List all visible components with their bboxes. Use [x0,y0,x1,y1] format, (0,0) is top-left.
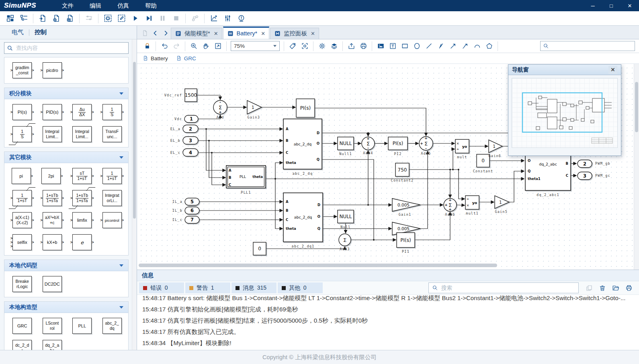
tag-button[interactable] [287,41,299,52]
library-block-PID(s)[interactable]: >PID(s)> [40,104,64,120]
menu-item[interactable]: 仿真 [117,2,129,10]
tab-close-icon[interactable]: ✕ [311,31,315,37]
library-search[interactable] [4,42,129,54]
zoom-select[interactable]: 75% [231,41,280,51]
diagram-node-4[interactable]: 4 [183,149,198,156]
library-block-GRC[interactable]: GRC [12,318,32,334]
diagram-node-1[interactable]: 1 [184,115,198,123]
library-block-LScontrol[interactable]: LScontrol [43,318,62,334]
library-block-sT/1+sT[interactable]: >sT1+sT> [70,168,94,184]
model-tree-button[interactable] [17,12,31,25]
line-shape-button[interactable] [423,41,435,52]
pentagon-shape-button[interactable] [483,41,495,52]
library-block-1/1+sT[interactable]: >11+sT> [10,190,34,206]
library-block-PI(s)[interactable]: >PI(s)> [10,104,34,120]
library-block-picdro[interactable]: >picdro> [40,62,64,78]
export-button[interactable] [345,41,357,52]
section-header-本地代码型[interactable]: 本地代码型 [4,260,128,271]
library-block-1/1+sT[interactable]: >11+sT> [100,168,124,184]
menu-item[interactable]: 文件 [62,2,74,10]
diagram-node-PLL1[interactable]: PLLthetaABCPLL1 [226,166,266,194]
diagram-node-abc_2_dq1[interactable]: abc_2_dqABCthetaDOQabc_2_dq1 [283,193,323,248]
zoom-in-button[interactable] [188,41,200,52]
document-tab-监控面板[interactable]: 监控面板✕ [270,28,319,39]
library-block-1+sTb/1+sTa[interactable]: >1+sTb1+sTa> [40,190,64,206]
arrow2-shape-button[interactable] [459,41,471,52]
rect-shape-button[interactable] [399,41,411,52]
polyline-shape-button[interactable] [435,41,447,52]
info-search[interactable] [428,282,579,293]
trash-button[interactable] [597,283,608,293]
diagram-node-mult1[interactable]: ÷×yomult1 [465,196,479,215]
arrow-shape-button[interactable] [447,41,459,52]
library-block-1/S[interactable]: >1S> [100,104,124,120]
library-block-limfix[interactable]: >limfix> [70,212,94,228]
library-block-picontrol[interactable]: >picontrol> [100,212,124,228]
run-button[interactable] [128,12,142,25]
doc-save-button[interactable] [63,12,77,25]
layers-button[interactable] [328,41,340,52]
ellipse-shape-button[interactable] [411,41,423,52]
textbox-button[interactable] [387,41,399,52]
section-header-本地构造型[interactable]: 本地构造型 [4,302,128,313]
diagram-node-Null1[interactable]: NULLNull1 [338,137,354,156]
diagram-node-6[interactable]: 6 [185,207,199,214]
navigator-minimap[interactable] [512,78,618,148]
library-block-1+sTb/1+sTa[interactable]: >1+sTb1+sTa> [70,190,94,206]
library-tab-电气[interactable]: 电气 [6,29,29,36]
diagram-node-PI1[interactable]: PI(s)PI1 [397,233,415,254]
canvas-search-input[interactable] [551,43,632,49]
diagram-node-Add3[interactable]: ΣAdd3 [339,234,351,251]
info-filter-错误[interactable]: 错误 0 [139,282,184,293]
undo-button[interactable] [158,41,170,52]
info-filter-警告[interactable]: 警告 1 [185,282,230,293]
library-block-abc_2_dq[interactable]: abc_2_dq [102,318,122,334]
library-block-aX³+bX+c[interactable]: >aX³+bX+c> [40,212,64,228]
window-maximize-button[interactable]: □ [602,0,621,11]
sim-edit-button[interactable] [115,12,128,25]
diagram-node-2[interactable]: 2 [183,125,198,133]
library-block-dc_2_dc[interactable]: dc_2_dc [12,340,32,350]
doc-new-button[interactable] [49,12,63,25]
library-search-input[interactable] [15,45,126,51]
library-block-1/S[interactable]: >1S> [10,126,34,142]
library-block-a(X-c1)(X-c2)[interactable]: >a(X-c1)(X-c2)> [10,212,34,228]
info-filter-消息[interactable]: 消息 315 [231,282,276,293]
hand-button[interactable] [200,41,212,52]
navigator-close-icon[interactable]: ✕ [608,66,617,74]
print-button[interactable] [357,41,369,52]
menu-item[interactable]: 编辑 [90,2,101,10]
canvas-hscrollbar-thumb[interactable] [139,264,497,267]
tab-scroll-left-button[interactable] [150,27,160,39]
diagram-node-Add[interactable]: Σ-+Add [213,100,227,119]
diagram-node-Gain1[interactable]: 0.005Gain1 [392,198,420,217]
diagram-node-PI(s)[interactable]: PI(s) [296,99,315,117]
document-tab-储能模型*[interactable]: 储能模型*✕ [171,28,222,39]
print-button[interactable] [623,283,634,293]
library-scrollbar-thumb[interactable] [133,62,136,219]
diagram-node-1500[interactable]: 1500 [185,89,197,102]
diagram-node-Gain3[interactable]: 1Gain3 [247,100,262,119]
diagram-node-PI2[interactable]: PI(s)PI2 [388,137,408,156]
document-tab-Battery*[interactable]: Battery*✕ [223,27,270,39]
library-block-dq_2_abc[interactable]: dq_2_abc [43,340,62,350]
tab-close-icon[interactable]: ✕ [214,31,218,37]
navigator-titlebar[interactable]: 导航窗 ✕ [508,65,621,75]
section-header-积分模块[interactable]: 积分模块 [4,88,128,99]
library-block-pi[interactable]: pi> [12,168,33,184]
fit-button[interactable] [212,41,224,52]
info-filter-其他[interactable]: 其他 0 [278,282,323,293]
diagram-node-dq_2_abc1[interactable]: dq_2_abcOQtheta1BCdq_2_abc1 [525,151,571,197]
doc-open-button[interactable] [36,12,49,25]
library-block-DC2DC[interactable]: DC2DC [43,276,62,292]
breadcrumb-item-Battery[interactable]: Battery [143,55,168,61]
window-close-button[interactable]: ✕ [621,0,639,11]
tab-scroll-right-button[interactable] [160,27,171,39]
diagram-node-Add6[interactable]: Σ+++Add6 [444,198,457,217]
diagram-node-5[interactable]: 5 [185,198,199,205]
diagram-node-7[interactable]: 7 [185,216,199,223]
fullscreen-button[interactable] [299,41,311,52]
folder-button[interactable] [610,283,621,293]
library-tab-控制[interactable]: 控制 [29,29,52,36]
diagram-node-Constant2[interactable]: 750Constant2 [391,163,414,182]
